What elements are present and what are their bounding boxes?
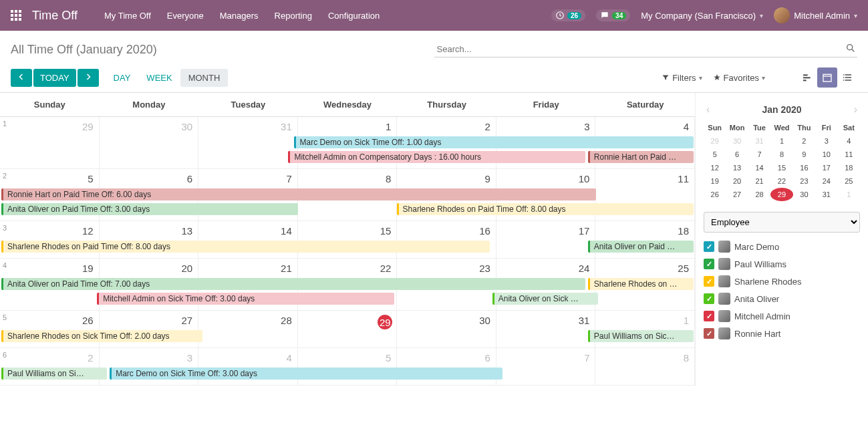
calendar-event[interactable]: Mitchell Admin on Compensatory Days : 16… [288, 151, 585, 163]
search-input[interactable] [434, 41, 858, 57]
calendar-event[interactable]: Sharlene Rhodes on Sick Time Off: 2.00 d… [1, 330, 202, 342]
mini-day[interactable]: 18 [838, 161, 860, 174]
mini-day[interactable]: 19 [704, 174, 726, 188]
mini-day[interactable]: 6 [726, 148, 748, 161]
day-number: 2 [88, 352, 93, 364]
calendar-event[interactable]: Sharlene Rhodes on … [588, 278, 694, 290]
mini-title: Jan 2020 [762, 104, 801, 115]
filters-dropdown[interactable]: Filters ▾ [662, 73, 702, 83]
employee-filter-item[interactable]: ✓Anita Oliver [704, 290, 860, 307]
calendar-event[interactable]: Anita Oliver on Paid … [588, 241, 694, 253]
calendar-event[interactable]: Paul Williams on Sic… [588, 330, 694, 342]
calendar-event[interactable]: Mitchell Admin on Sick Time Off: 3.00 da… [97, 293, 394, 305]
mini-day[interactable]: 15 [770, 161, 792, 174]
mini-day[interactable]: 27 [726, 188, 748, 201]
calendar-event[interactable]: Sharlene Rhodes on Paid Time Off: 8.00 d… [397, 203, 694, 215]
mini-day[interactable]: 10 [815, 148, 837, 161]
mini-dow: Fri [815, 121, 837, 134]
calendar-event[interactable]: Paul Williams on Si… [1, 368, 107, 380]
scale-week[interactable]: WEEK [138, 69, 180, 87]
caret-down-icon: ▾ [760, 12, 763, 19]
next-period-button[interactable] [78, 69, 99, 87]
view-calendar[interactable] [817, 67, 837, 88]
calendar-event[interactable]: Anita Oliver on Paid Time Off: 7.00 days [1, 278, 585, 290]
nav-everyone[interactable]: Everyone [167, 11, 204, 21]
calendar-event[interactable]: Ronnie Hart on Paid Time Off: 6.00 days [1, 188, 596, 200]
mini-day[interactable]: 7 [748, 148, 770, 161]
nav-managers[interactable]: Managers [220, 11, 259, 21]
calendar-event[interactable]: Marc Demo on Sick Time Off: 3.00 days [110, 368, 502, 380]
nav-reporting[interactable]: Reporting [275, 11, 312, 21]
calendar-week: 2567891011Ronnie Hart on Paid Time Off: … [0, 169, 695, 221]
mini-day[interactable]: 28 [748, 188, 770, 201]
mini-day[interactable]: 14 [748, 161, 770, 174]
mini-day[interactable]: 31 [815, 188, 837, 201]
calendar-event[interactable]: Anita Oliver on Sick … [492, 293, 598, 305]
prev-period-button[interactable] [11, 69, 32, 87]
calendar-body: 12930311234Marc Demo on Sick Time Off: 1… [0, 117, 695, 386]
apps-icon[interactable] [11, 10, 21, 21]
nav-my-time-off[interactable]: My Time Off [104, 11, 151, 21]
day-number: 25 [678, 263, 689, 274]
scale-day[interactable]: DAY [106, 69, 139, 87]
calendar-event[interactable]: Ronnie Hart on Paid … [588, 151, 694, 163]
activity-indicator[interactable]: 26 [551, 9, 585, 21]
employee-filter-item[interactable]: ✓Sharlene Rhodes [704, 273, 860, 290]
calendar-event[interactable]: Sharlene Rhodes on Paid Time Off: 8.00 d… [1, 241, 490, 253]
messages-indicator[interactable]: 34 [596, 9, 630, 21]
mini-next-button[interactable]: › [851, 104, 860, 116]
view-list[interactable] [837, 67, 857, 88]
mini-day[interactable]: 21 [748, 174, 770, 188]
week-number: 4 [3, 261, 7, 269]
employee-select[interactable]: Employee [704, 212, 860, 233]
mini-day[interactable]: 11 [838, 148, 860, 161]
gantt-icon [802, 72, 813, 83]
mini-day[interactable]: 3 [815, 134, 837, 148]
mini-day[interactable]: 26 [704, 188, 726, 201]
mini-day[interactable]: 13 [726, 161, 748, 174]
mini-day[interactable]: 30 [726, 134, 748, 148]
search-icon[interactable] [845, 43, 856, 55]
mini-day[interactable]: 29 [704, 134, 726, 148]
mini-day[interactable]: 31 [748, 134, 770, 148]
mini-day[interactable]: 24 [815, 174, 837, 188]
view-gantt[interactable] [797, 67, 817, 88]
mini-day[interactable]: 1 [770, 134, 792, 148]
employee-filter-item[interactable]: ✓Ronnie Hart [704, 325, 860, 342]
mini-day[interactable]: 23 [793, 174, 815, 188]
today-button[interactable]: TODAY [33, 69, 76, 87]
mini-day[interactable]: 1 [838, 188, 860, 201]
employee-list: ✓Marc Demo✓Paul Williams✓Sharlene Rhodes… [704, 238, 860, 342]
day-number: 31 [579, 315, 590, 326]
day-number: 8 [386, 173, 391, 184]
mini-day[interactable]: 5 [704, 148, 726, 161]
mini-day[interactable]: 22 [770, 174, 792, 188]
mini-day[interactable]: 12 [704, 161, 726, 174]
mini-dow: Thu [793, 121, 815, 134]
favorites-dropdown[interactable]: Favorites ▾ [713, 73, 765, 83]
employee-filter-item[interactable]: ✓Mitchell Admin [704, 307, 860, 325]
mini-day[interactable]: 4 [838, 134, 860, 148]
mini-day[interactable]: 17 [815, 161, 837, 174]
day-number: 18 [678, 225, 689, 237]
company-switcher[interactable]: My Company (San Francisco) ▾ [641, 11, 763, 21]
mini-day[interactable]: 16 [793, 161, 815, 174]
user-menu[interactable]: Mitchell Admin ▾ [774, 7, 857, 23]
mini-day[interactable]: 30 [793, 188, 815, 201]
app-brand[interactable]: Time Off [32, 9, 78, 23]
mini-day[interactable]: 2 [793, 134, 815, 148]
scale-month[interactable]: MONTH [180, 69, 229, 87]
mini-day[interactable]: 29 [770, 188, 792, 201]
mini-prev-button[interactable]: ‹ [704, 104, 712, 116]
navbar: Time Off My Time Off Everyone Managers R… [0, 0, 868, 31]
calendar-event[interactable]: Anita Oliver on Paid Time Off: 3.00 days [1, 203, 298, 215]
employee-filter-item[interactable]: ✓Paul Williams [704, 255, 860, 273]
calendar-event[interactable]: Marc Demo on Sick Time Off: 1.00 days [294, 136, 694, 148]
mini-day[interactable]: 8 [770, 148, 792, 161]
employee-name: Mitchell Admin [734, 311, 790, 321]
mini-day[interactable]: 25 [838, 174, 860, 188]
mini-day[interactable]: 20 [726, 174, 748, 188]
employee-filter-item[interactable]: ✓Marc Demo [704, 238, 860, 255]
nav-configuration[interactable]: Configuration [328, 11, 380, 21]
mini-day[interactable]: 9 [793, 148, 815, 161]
